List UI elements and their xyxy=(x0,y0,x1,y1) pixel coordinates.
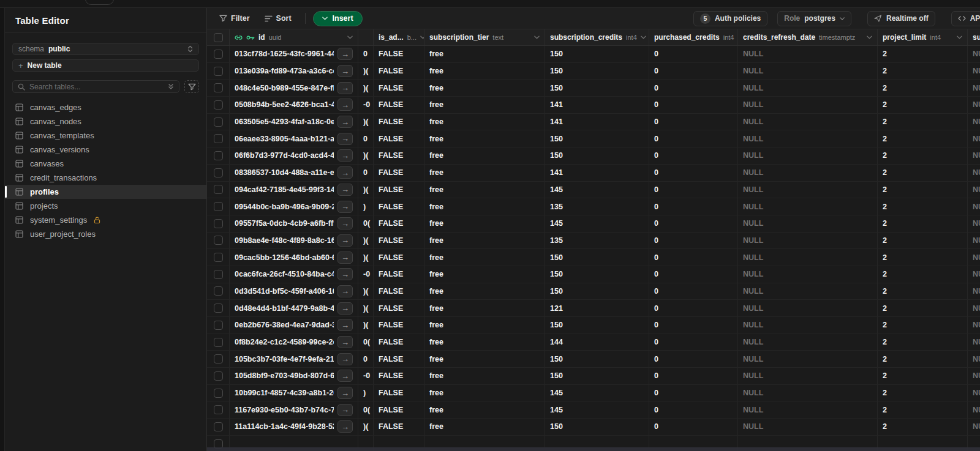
expand-row-button[interactable]: → xyxy=(337,65,353,77)
cell-credits_refresh_date[interactable]: NULL xyxy=(738,385,878,401)
expand-row-button[interactable]: → xyxy=(337,319,353,331)
cell-subscription_tier[interactable]: free xyxy=(424,182,545,198)
cell-purchased_credits[interactable]: 0 xyxy=(649,401,738,418)
cell-su[interactable]: NU xyxy=(968,283,980,300)
cell-id[interactable]: 08386537-10d4-488a-a11e-eb5a6...→ xyxy=(230,165,358,181)
column-menu-chevron-icon[interactable] xyxy=(867,35,872,39)
cell-credits_refresh_date[interactable]: NULL xyxy=(738,80,878,96)
cell-fragment[interactable]: 0( xyxy=(358,334,374,351)
cell-credits_refresh_date[interactable]: NULL xyxy=(738,130,878,147)
schema-select[interactable]: schema public xyxy=(12,43,199,55)
cell-credits_refresh_date[interactable]: NULL xyxy=(738,283,878,300)
cell-is_admin[interactable]: FALSE xyxy=(374,80,424,96)
cell-subscription_credits[interactable]: 141 xyxy=(545,97,649,113)
cell-su[interactable]: NU xyxy=(968,334,980,351)
cell-subscription_tier[interactable]: free xyxy=(424,46,545,62)
cell-select[interactable] xyxy=(207,114,230,130)
cell-subscription_tier[interactable]: free xyxy=(424,283,545,300)
expand-row-button[interactable]: → xyxy=(337,133,353,145)
cell-subscription_tier[interactable]: free xyxy=(424,249,545,266)
cell-subscription_credits[interactable]: 150 xyxy=(545,368,649,384)
cell-select[interactable] xyxy=(207,130,230,147)
cell-su[interactable]: NU xyxy=(968,385,980,401)
cell-su[interactable]: NU xyxy=(968,317,980,334)
cell-subscription_credits[interactable]: 150 xyxy=(545,266,649,283)
column-menu-chevron-icon[interactable] xyxy=(534,35,540,39)
sidebar-item-canvas_templates[interactable]: canvas_templates xyxy=(5,129,206,143)
cell-credits_refresh_date[interactable]: NULL xyxy=(738,334,878,351)
cell-select[interactable] xyxy=(207,401,230,418)
cell-purchased_credits[interactable]: 0 xyxy=(649,165,738,181)
cell-subscription_credits[interactable]: 145 xyxy=(545,385,649,401)
role-select-button[interactable]: Role postgres xyxy=(777,11,851,26)
cell-subscription_tier[interactable]: free xyxy=(424,266,545,283)
cell-subscription_tier[interactable]: free xyxy=(424,114,545,130)
cell-is_admin[interactable]: FALSE xyxy=(374,233,424,249)
row-checkbox[interactable] xyxy=(214,354,223,363)
cell-credits_refresh_date[interactable]: NULL xyxy=(738,233,878,249)
row-checkbox[interactable] xyxy=(214,304,223,313)
cell-su[interactable]: NU xyxy=(968,182,980,198)
cell-is_admin[interactable]: FALSE xyxy=(374,419,424,435)
cell-su[interactable]: NU xyxy=(968,401,980,418)
cell-fragment[interactable]: 0 xyxy=(358,165,374,181)
cell-subscription_tier[interactable]: free xyxy=(424,401,545,418)
cell-su[interactable]: NU xyxy=(968,114,980,130)
cell-purchased_credits[interactable]: 0 xyxy=(649,114,738,130)
cell-is_admin[interactable]: FALSE xyxy=(374,46,424,62)
row-checkbox[interactable] xyxy=(214,371,223,381)
horizontal-scrollbar[interactable] xyxy=(207,447,980,451)
cell-select[interactable] xyxy=(207,385,230,401)
cell-subscription_credits[interactable]: 150 xyxy=(545,249,649,266)
cell-su[interactable]: NU xyxy=(968,266,980,283)
row-checkbox[interactable] xyxy=(214,405,223,414)
cell-select[interactable] xyxy=(207,80,230,96)
column-header-su[interactable]: su xyxy=(968,29,980,45)
cell-fragment[interactable]: )( xyxy=(358,63,374,80)
cell-fragment[interactable]: 0( xyxy=(358,401,374,418)
cell-credits_refresh_date[interactable]: NULL xyxy=(738,165,878,181)
cell-purchased_credits[interactable]: 0 xyxy=(649,249,738,266)
cell-credits_refresh_date[interactable]: NULL xyxy=(738,147,878,164)
cell-subscription_tier[interactable]: free xyxy=(424,419,545,435)
sidebar-item-canvases[interactable]: canvases xyxy=(5,157,206,171)
expand-row-button[interactable]: → xyxy=(337,268,353,280)
sidebar-item-profiles[interactable]: profiles xyxy=(5,185,206,199)
cell-is_admin[interactable]: FALSE xyxy=(374,300,424,316)
cell-fragment[interactable]: 0 xyxy=(358,351,374,367)
cell-subscription_credits[interactable]: 141 xyxy=(545,114,649,130)
cell-subscription_credits[interactable]: 150 xyxy=(545,283,649,300)
cell-subscription_credits[interactable]: 145 xyxy=(545,182,649,198)
row-checkbox[interactable] xyxy=(214,253,223,262)
column-header-subscription_tier[interactable]: subscription_tiertext xyxy=(424,29,545,45)
cell-purchased_credits[interactable]: 0 xyxy=(649,63,738,80)
cell-fragment[interactable]: )( xyxy=(358,419,374,435)
cell-id[interactable]: 0508b94b-5ee2-4626-bca1-4bca...→ xyxy=(230,97,358,113)
cell-is_admin[interactable]: FALSE xyxy=(374,385,424,401)
row-checkbox[interactable] xyxy=(214,321,223,330)
cell-subscription_tier[interactable]: free xyxy=(424,385,545,401)
cell-credits_refresh_date[interactable]: NULL xyxy=(738,351,878,367)
cell-su[interactable]: NU xyxy=(968,80,980,96)
cell-is_admin[interactable]: FALSE xyxy=(374,401,424,418)
expand-row-button[interactable]: → xyxy=(337,217,353,229)
cell-id[interactable]: 0f8b24e2-c1c2-4589-99ce-2c52d...→ xyxy=(230,334,358,351)
expand-row-button[interactable]: → xyxy=(337,82,353,94)
cell-id[interactable]: 0d3d541d-bf5c-459f-a406-16b93...→ xyxy=(230,283,358,300)
cell-credits_refresh_date[interactable]: NULL xyxy=(738,182,878,198)
cell-purchased_credits[interactable]: 0 xyxy=(649,368,738,384)
cell-id[interactable]: 063505e5-4293-4faf-a18c-0e65b...→ xyxy=(230,114,358,130)
cell-credits_refresh_date[interactable]: NULL xyxy=(738,63,878,80)
cell-id[interactable]: 11a114cb-1a4c-49f4-9b28-52219ec...→ xyxy=(230,419,358,435)
cell-project_limit[interactable]: 2 xyxy=(878,114,968,130)
cell-credits_refresh_date[interactable]: NULL xyxy=(738,419,878,435)
cell-id[interactable]: 10b99c1f-4857-4c39-a8b1-263b8...→ xyxy=(230,385,358,401)
cell-id[interactable]: 09cac5bb-1256-46bd-ab60-64ed...→ xyxy=(230,249,358,266)
column-menu-chevron-icon[interactable] xyxy=(957,35,962,39)
column-header-project_limit[interactable]: project_limitint4 xyxy=(878,29,968,45)
cell-subscription_credits[interactable]: 150 xyxy=(545,419,649,435)
cell-select[interactable] xyxy=(207,97,230,113)
column-header-id[interactable]: iduuid xyxy=(230,29,358,45)
cell-su[interactable]: NU xyxy=(968,147,980,164)
cell-fragment[interactable]: )( xyxy=(358,283,374,300)
